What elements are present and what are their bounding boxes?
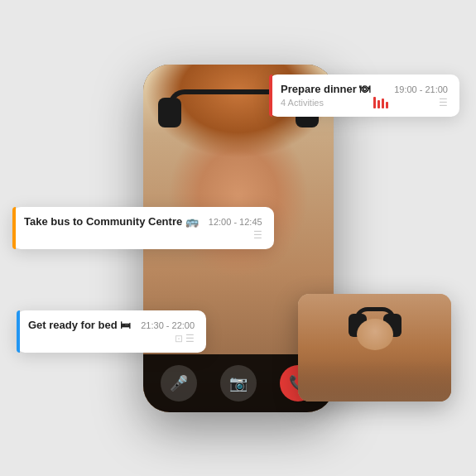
prepare-dinner-sub: 4 Activities ☰ bbox=[281, 97, 448, 108]
prepare-activities-label: 4 Activities bbox=[281, 98, 324, 108]
bus-card: Take bus to Community Centre 🚌 12:00 - 1… bbox=[12, 207, 274, 249]
bed-card: Get ready for bed 🛏 21:30 - 22:00 ⊡ ☰ bbox=[17, 310, 206, 353]
bed-sub: ⊡ ☰ bbox=[28, 333, 195, 344]
bed-card-icon: ⊡ ☰ bbox=[175, 333, 195, 344]
bed-title: Get ready for bed 🛏 bbox=[28, 319, 131, 331]
boy-face bbox=[357, 319, 393, 350]
card-top-bus: Take bus to Community Centre 🚌 12:00 - 1… bbox=[24, 215, 262, 228]
bus-title: Take bus to Community Centre 🚌 bbox=[24, 215, 199, 228]
scene: 🎤 📷 📞 Prepare dinne bbox=[0, 0, 476, 476]
camera-icon: 📷 bbox=[229, 374, 248, 392]
mini-bar-1 bbox=[373, 97, 376, 108]
mic-icon: 🎤 bbox=[170, 374, 188, 392]
prepare-mini-bars bbox=[373, 97, 388, 108]
prepare-dinner-title: Prepare dinner 🍽 bbox=[281, 83, 370, 95]
prepare-dinner-card: Prepare dinner 🍽 19:00 - 21:00 4 Activit… bbox=[269, 75, 459, 117]
prepare-dinner-time: 19:00 - 21:00 bbox=[394, 84, 448, 94]
card-bar-bus bbox=[12, 207, 16, 249]
bus-card-icon: ☰ bbox=[253, 229, 262, 241]
prepare-card-icon: ☰ bbox=[439, 97, 448, 108]
headphone-left bbox=[158, 98, 181, 127]
card-bar-prepare bbox=[269, 75, 272, 117]
camera-button[interactable]: 📷 bbox=[220, 365, 257, 401]
card-bar-bed bbox=[17, 310, 20, 353]
mini-bar-3 bbox=[382, 99, 384, 108]
secondary-video bbox=[298, 294, 451, 401]
bed-time: 21:30 - 22:00 bbox=[141, 320, 195, 330]
bus-time: 12:00 - 12:45 bbox=[209, 217, 262, 227]
card-top-bed: Get ready for bed 🛏 21:30 - 22:00 bbox=[28, 319, 195, 331]
card-top-prepare: Prepare dinner 🍽 19:00 - 21:00 bbox=[281, 83, 448, 95]
video-bg-gradient bbox=[298, 360, 451, 401]
mini-bar-2 bbox=[377, 100, 380, 108]
bus-sub: ☰ bbox=[24, 229, 262, 241]
mini-bar-4 bbox=[386, 102, 388, 108]
mic-button[interactable]: 🎤 bbox=[161, 365, 197, 401]
